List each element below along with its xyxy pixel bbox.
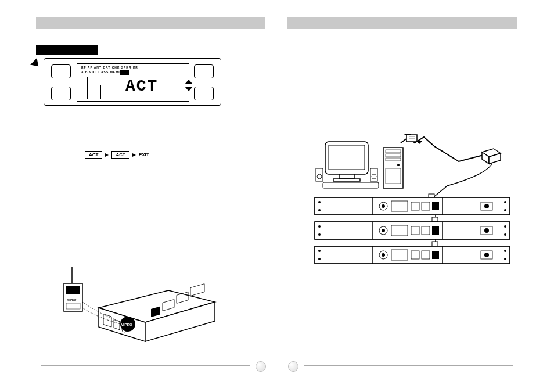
panel-button-bottom-left[interactable] xyxy=(51,87,71,100)
lcd-main-text: ACT xyxy=(125,77,158,95)
lcd-top-labels: RF AF ANT BAT CHE SPKR ER xyxy=(81,66,138,69)
rack-unit-3 xyxy=(315,246,510,264)
rf-meter-bar xyxy=(87,77,88,99)
svg-rect-73 xyxy=(315,246,510,264)
svg-rect-39 xyxy=(315,197,510,215)
brand-badge: MIPRO xyxy=(121,323,132,326)
svg-point-44 xyxy=(318,209,321,211)
svg-rect-21 xyxy=(370,168,377,181)
svg-point-54 xyxy=(484,204,489,208)
svg-point-65 xyxy=(382,229,385,232)
up-down-indicator xyxy=(185,80,193,91)
panel-button-bottom-right[interactable] xyxy=(194,87,214,100)
svg-point-61 xyxy=(318,233,321,236)
panel-button-top-left[interactable] xyxy=(51,64,71,78)
af-meter-bar xyxy=(100,85,101,99)
svg-point-48 xyxy=(382,204,385,208)
svg-point-62 xyxy=(504,225,506,228)
svg-rect-69 xyxy=(432,226,439,235)
svg-rect-19 xyxy=(316,168,323,181)
brand-label: MIPRO xyxy=(67,298,77,301)
svg-marker-34 xyxy=(416,141,423,144)
svg-point-45 xyxy=(504,201,506,203)
svg-rect-24 xyxy=(383,148,403,188)
header-bar-right xyxy=(287,17,517,29)
svg-rect-52 xyxy=(432,202,439,210)
svg-point-43 xyxy=(318,201,321,203)
svg-point-63 xyxy=(504,233,506,236)
svg-point-71 xyxy=(484,228,489,233)
svg-point-60 xyxy=(318,225,321,228)
flow-arrow-icon xyxy=(105,153,109,157)
pointer-arrow-icon xyxy=(30,58,42,70)
computer-rack-illustration xyxy=(308,134,517,273)
svg-rect-17 xyxy=(339,174,354,179)
flow-arrow-icon xyxy=(132,153,136,157)
svg-point-78 xyxy=(318,258,321,260)
page-number-left xyxy=(256,361,266,372)
up-arrow-icon xyxy=(185,80,193,84)
receiver-transmitter-illustration: MIPRO MIPRO xyxy=(58,267,221,348)
svg-rect-16 xyxy=(329,145,365,170)
footer-divider-left xyxy=(41,365,250,366)
svg-marker-33 xyxy=(404,134,411,135)
svg-point-82 xyxy=(382,253,385,257)
svg-point-77 xyxy=(318,250,321,252)
svg-rect-56 xyxy=(315,222,510,239)
svg-rect-13 xyxy=(190,284,204,296)
svg-point-29 xyxy=(397,164,400,166)
svg-rect-86 xyxy=(432,251,439,259)
svg-point-80 xyxy=(504,258,506,260)
flow-exit-label: EXIT xyxy=(139,152,149,157)
flow-box-act-1: ACT xyxy=(85,151,102,159)
svg-rect-2 xyxy=(66,286,80,294)
svg-rect-55 xyxy=(432,217,438,222)
lcd-control-panel: RF AF ANT BAT CHE SPKR ER A B VOL CASS M… xyxy=(44,58,221,106)
down-arrow-icon xyxy=(185,87,193,91)
flow-box-act-2: ACT xyxy=(111,151,129,159)
rack-unit-2 xyxy=(315,222,510,239)
battery-icon xyxy=(120,70,129,75)
footer-divider-right xyxy=(304,365,513,366)
panel-button-top-right[interactable] xyxy=(194,64,214,78)
lcd-sub-labels: A B VOL CASS MEMO xyxy=(81,70,121,74)
svg-rect-18 xyxy=(333,179,360,181)
section-title-bar xyxy=(36,45,98,55)
svg-point-46 xyxy=(504,209,506,211)
svg-rect-23 xyxy=(323,182,379,188)
svg-point-88 xyxy=(484,253,489,257)
page-number-right xyxy=(288,361,298,372)
flow-diagram: ACT ACT EXIT xyxy=(85,151,149,159)
svg-rect-72 xyxy=(432,242,438,246)
rack-unit-1 xyxy=(315,197,510,215)
svg-point-79 xyxy=(504,250,506,252)
header-bar-left xyxy=(36,17,265,29)
